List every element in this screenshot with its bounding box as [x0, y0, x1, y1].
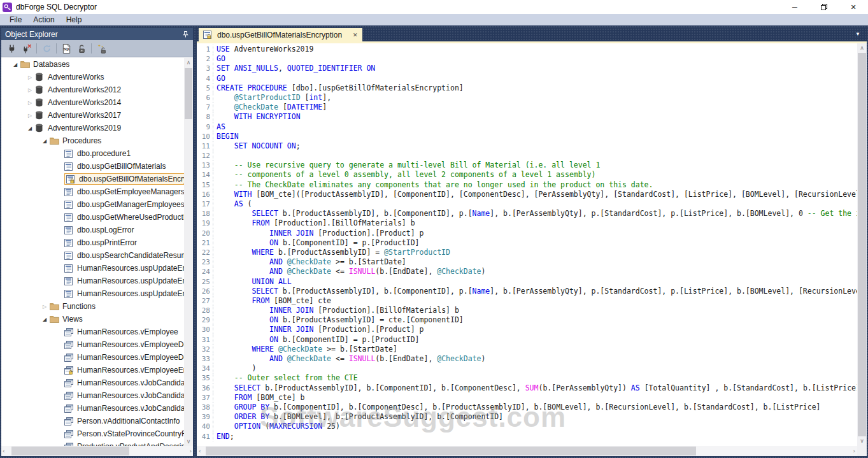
code-line-6[interactable]: 6 @StartProductID [int],	[197, 93, 857, 103]
decrypt-wizard-button[interactable]	[94, 41, 109, 55]
tree-item-dbo-uspsearchcandidateresumes[interactable]: dbo.uspSearchCandidateResumes	[1, 249, 184, 262]
code-line-18[interactable]: 18 SELECT b.[ProductAssemblyID], b.[Comp…	[197, 209, 857, 218]
code-line-26[interactable]: 26 SELECT b.[ProductAssemblyID], b.[Comp…	[197, 287, 857, 296]
tree-item-dbo-uspgetmanageremployees[interactable]: dbo.uspGetManagerEmployees	[1, 198, 184, 211]
code-line-1[interactable]: 1USE AdventureWorks2019	[197, 45, 857, 54]
collapse-icon[interactable]: ◢	[39, 138, 50, 144]
code-line-12[interactable]: 12	[197, 151, 857, 161]
code-line-22[interactable]: 22 WHERE b.[ProductAssemblyID] = @StartP…	[197, 248, 857, 257]
tree-item-adventureworks2014[interactable]: ▷AdventureWorks2014	[1, 96, 184, 109]
expand-icon[interactable]: ▷	[25, 75, 35, 80]
tree-item-dbo-procedure1[interactable]: dbo.procedure1	[1, 147, 184, 160]
code-line-31[interactable]: 31 ON b.[ComponentID] = p.[ProductID]	[197, 335, 857, 345]
code-line-23[interactable]: 23 AND @CheckDate >= b.[StartDate]	[197, 257, 857, 267]
refresh-button[interactable]	[39, 41, 54, 55]
code-line-41[interactable]: 41END;	[197, 432, 857, 441]
tree-item-humanresources-uspupdateemployeepersonalinfo[interactable]: HumanResources.uspUpdateEmployeePersonal…	[1, 287, 184, 300]
code-line-30[interactable]: 30 INNER JOIN [Production].[Product] p	[197, 325, 857, 334]
connect-button[interactable]	[4, 41, 19, 55]
code-line-40[interactable]: 40 OPTION (MAXRECURSION 25)	[197, 422, 857, 431]
code-line-4[interactable]: 4GO	[197, 74, 857, 83]
code-line-37[interactable]: 37 FROM [BOM_cte] b	[197, 393, 857, 403]
tree-item-functions[interactable]: ▷Functions	[1, 300, 184, 313]
code-line-38[interactable]: 38 GROUP BY b.[ComponentID], b.[Componen…	[197, 403, 857, 412]
tree-item-adventureworks2019[interactable]: ◢AdventureWorks2019	[1, 122, 184, 134]
code-line-36[interactable]: 36 SELECT b.[ProductAssemblyID], b.[Comp…	[197, 383, 857, 393]
collapse-icon[interactable]: ◢	[39, 317, 50, 322]
tree-vertical-scrollbar[interactable]: ∧ ∨	[184, 58, 193, 446]
code-line-15[interactable]: 15 -- The CheckDate eliminates any compo…	[197, 180, 857, 190]
code-line-5[interactable]: 5CREATE PROCEDURE [dbo].[uspGetBillOfMat…	[197, 83, 857, 93]
code-line-7[interactable]: 7 @CheckDate [DATETIME]	[197, 103, 857, 112]
editor-vscroll-thumb[interactable]	[858, 53, 866, 436]
editor-vertical-scrollbar[interactable]: ∧ ∨	[857, 43, 867, 446]
tab-uspGetBillOfMaterialsEncryption[interactable]: dbo.uspGetBillOfMaterialsEncryption ✕	[199, 28, 362, 41]
tree-vscroll-thumb[interactable]	[185, 68, 192, 119]
tree-item-dbo-uspgetbillofmaterials[interactable]: dbo.uspGetBillOfMaterials	[1, 160, 184, 173]
collapse-icon[interactable]: ◢	[25, 125, 35, 131]
code-line-39[interactable]: 39 ORDER BY b.[BOMLevel], b.[ProductAsse…	[197, 412, 857, 422]
tree-hscroll-thumb[interactable]	[11, 447, 129, 455]
editor-hscroll-thumb[interactable]	[206, 447, 696, 455]
tree-horizontal-scrollbar[interactable]: ‹ ›	[1, 446, 193, 456]
tree-item-humanresources-vjobcandidate[interactable]: HumanResources.vJobCandidate	[1, 376, 184, 389]
scroll-down-icon[interactable]: ∨	[857, 436, 867, 446]
scroll-up-icon[interactable]: ∧	[857, 43, 867, 53]
disconnect-button[interactable]	[19, 41, 34, 55]
code-line-34[interactable]: 34 )	[197, 364, 857, 373]
tree-item-dbo-uspprinterror[interactable]: dbo.uspPrintError	[1, 236, 184, 249]
expand-icon[interactable]: ▷	[25, 100, 35, 106]
unlock-button[interactable]	[74, 41, 89, 55]
tree-item-adventureworks[interactable]: ▷AdventureWorks	[1, 71, 184, 83]
code-line-11[interactable]: 11 SET NOCOUNT ON;	[197, 141, 857, 151]
tree-item-person-vstateprovincecountryregion[interactable]: Person.vStateProvinceCountryRegion	[1, 427, 184, 440]
restore-button[interactable]	[809, 0, 839, 14]
tree-item-humanresources-uspupdateemployeehireinfo[interactable]: HumanResources.uspUpdateEmployeeHireInfo	[1, 262, 184, 275]
tree-item-humanresources-vemployeeencryption[interactable]: HumanResources.vEmployeeEncryption	[1, 364, 184, 376]
tree-item-humanresources-uspupdateemployeelogin[interactable]: HumanResources.uspUpdateEmployeeLogin	[1, 275, 184, 287]
code-line-20[interactable]: 20 INNER JOIN [Production].[Product] p	[197, 229, 857, 238]
tree-item-humanresources-vemployeedepartment[interactable]: HumanResources.vEmployeeDepartment	[1, 338, 184, 351]
expand-icon[interactable]: ▷	[39, 304, 50, 310]
code-line-13[interactable]: 13 -- Use recursive query to generate a …	[197, 161, 857, 170]
tree-item-databases[interactable]: ◢Databases	[1, 58, 184, 71]
menu-help[interactable]: Help	[60, 14, 88, 25]
minimize-button[interactable]: ─	[780, 0, 809, 14]
code-line-24[interactable]: 24 AND @CheckDate <= ISNULL(b.[EndDate],…	[197, 267, 857, 276]
sql-script-button[interactable]: SQL	[59, 41, 74, 55]
tree-item-dbo-usplogerror[interactable]: dbo.uspLogError	[1, 224, 184, 236]
code-line-27[interactable]: 27 FROM [BOM_cte] cte	[197, 296, 857, 306]
tree-item-procedures[interactable]: ◢Procedures	[1, 134, 184, 147]
tree-item-dbo-uspgetemployeemanagers[interactable]: dbo.uspGetEmployeeManagers	[1, 185, 184, 198]
editor-horizontal-scrollbar[interactable]: ‹ ›	[197, 446, 857, 456]
code-line-33[interactable]: 33 AND @CheckDate <= ISNULL(b.[EndDate],…	[197, 354, 857, 364]
expand-icon[interactable]: ▷	[25, 113, 35, 118]
code-line-19[interactable]: 19 FROM [Production].[BillOfMaterials] b	[197, 218, 857, 228]
tree-item-adventureworks2017[interactable]: ▷AdventureWorks2017	[1, 109, 184, 122]
code-line-3[interactable]: 3SET ANSI_NULLS, QUOTED_IDENTIFIER ON	[197, 64, 857, 73]
code-line-35[interactable]: 35 -- Outer select from the CTE	[197, 373, 857, 383]
code-line-9[interactable]: 9AS	[197, 122, 857, 132]
tab-list-dropdown-icon[interactable]: ▼	[855, 31, 860, 37]
menu-file[interactable]: File	[4, 14, 27, 25]
code-line-25[interactable]: 25 UNION ALL	[197, 277, 857, 287]
close-button[interactable]: ✕	[839, 0, 868, 14]
scroll-right-icon[interactable]: ›	[853, 446, 855, 456]
code-line-32[interactable]: 32 WHERE @CheckDate >= b.[StartDate]	[197, 345, 857, 354]
code-editor[interactable]: 1USE AdventureWorks20192GO3SET ANSI_NULL…	[197, 43, 867, 456]
code-line-16[interactable]: 16 WITH [BOM_cte]([ProductAssemblyID], […	[197, 190, 857, 199]
tree-item-dbo-uspgetwhereusedproductid[interactable]: dbo.uspGetWhereUsedProductID	[1, 211, 184, 224]
collapse-icon[interactable]: ◢	[10, 62, 20, 68]
tree-item-views[interactable]: ◢Views	[1, 313, 184, 326]
menu-action[interactable]: Action	[27, 14, 60, 25]
code-line-29[interactable]: 29 ON b.[ProductAssemblyID] = cte.[Compo…	[197, 315, 857, 325]
code-line-8[interactable]: 8 WITH ENCRYPTION	[197, 112, 857, 122]
code-line-28[interactable]: 28 INNER JOIN [Production].[BillOfMateri…	[197, 306, 857, 315]
tree-item-adventureworks2012[interactable]: ▷AdventureWorks2012	[1, 83, 184, 96]
code-line-17[interactable]: 17 AS (	[197, 199, 857, 209]
scroll-left-icon[interactable]: ‹	[199, 446, 201, 456]
tree-item-humanresources-vemployeedepartmenthistory[interactable]: HumanResources.vEmployeeDepartmentHistor…	[1, 351, 184, 364]
tree-item-humanresources-vjobcandidateeducation[interactable]: HumanResources.vJobCandidateEducation	[1, 389, 184, 402]
pin-icon[interactable]	[182, 31, 189, 38]
code-line-14[interactable]: 14 -- components of a level 0 assembly, …	[197, 170, 857, 180]
